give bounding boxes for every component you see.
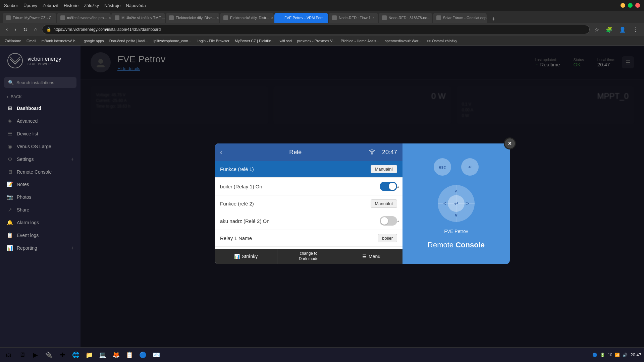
dark-mode-btn[interactable]: change toDark mode: [277, 249, 340, 264]
search-box[interactable]: 🔍 Search installations: [4, 77, 76, 88]
browser-menu-btn[interactable]: ⋮: [631, 25, 640, 34]
dpad-center-btn[interactable]: ↵: [448, 195, 465, 212]
menu-soubor[interactable]: Soubor: [4, 3, 18, 8]
relay1-name-value-btn[interactable]: boiler: [378, 234, 397, 242]
device-back-btn[interactable]: ‹: [220, 148, 222, 156]
reporting-plus-icon[interactable]: +: [71, 245, 74, 251]
tab-1[interactable]: měření svodového pro... ×: [57, 13, 111, 23]
sidebar-item-photos[interactable]: 📷 Photos: [0, 191, 80, 203]
tab-close-3[interactable]: ×: [217, 16, 219, 20]
tab-0[interactable]: Fórum MyPower.CZ - Č... ×: [3, 13, 56, 23]
taskbar-files-icon[interactable]: 🗂: [3, 349, 15, 361]
pages-btn[interactable]: 📊 Stránky: [215, 249, 277, 264]
maximize-btn[interactable]: [628, 3, 633, 8]
relay1-func-value-btn[interactable]: Manuální: [371, 165, 397, 173]
bookmark-10[interactable]: Přehled - Home Assis...: [339, 38, 381, 44]
taskbar-browser-icon[interactable]: 🌐: [70, 349, 82, 361]
taskbar-fm-icon[interactable]: 📁: [83, 349, 95, 361]
bookmark-8[interactable]: wifi ssd: [278, 38, 294, 44]
bookmark-12[interactable]: >> Ostatní záložky: [425, 38, 459, 44]
reporting-icon: 📊: [7, 245, 13, 251]
menu-upravy[interactable]: Úpravy: [23, 3, 37, 8]
tab-4[interactable]: Elektronické díly. Distr... ×: [220, 13, 274, 23]
forward-btn[interactable]: ›: [12, 25, 18, 34]
tab-2[interactable]: M Uložte si košík v TME ... ×: [111, 13, 165, 23]
menu-zobrazit[interactable]: Zobrazit: [43, 3, 58, 8]
tab-close-4[interactable]: ×: [271, 16, 273, 20]
menu-btn[interactable]: ☰ Menu: [340, 249, 402, 264]
taskbar-email-icon[interactable]: 📧: [150, 349, 162, 361]
sidebar-item-device-list[interactable]: ☰ Device list: [0, 127, 80, 140]
sidebar-item-dashboard[interactable]: ⊞ Dashboard: [0, 102, 80, 115]
close-window-btn[interactable]: [635, 3, 640, 8]
sidebar-back-btn[interactable]: ‹ BACK: [0, 92, 80, 102]
bookmark-11[interactable]: openmediavault Wor...: [383, 38, 423, 44]
title-bar: Soubor Úpravy Zobrazit Historie Záložky …: [0, 0, 644, 11]
tab-close-5[interactable]: ×: [328, 16, 328, 20]
home-btn[interactable]: ⌂: [32, 25, 40, 34]
address-bar[interactable]: 🔒 https://vrm.victronenergy.com/installa…: [42, 25, 590, 34]
taskbar-media-icon[interactable]: ▶: [30, 349, 42, 361]
esc-btn[interactable]: esc: [434, 158, 451, 176]
tab-8[interactable]: Solar Fórum - Odeslat odpo... ×: [433, 13, 487, 23]
dpad: ^ v < > ↵: [438, 185, 475, 222]
taskbar-notes-icon[interactable]: 📋: [123, 349, 136, 361]
tab-6[interactable]: Node-RED : Flow 1 ×: [329, 13, 378, 23]
device-row-aku[interactable]: aku nadrz (Relé 2) On ▲: [215, 212, 402, 230]
tab-5[interactable]: FVE Petrov - VRM Port... ×: [274, 13, 328, 23]
bookmark-9[interactable]: proxmox - Proxmox V...: [295, 38, 337, 44]
reload-btn[interactable]: ↻: [21, 25, 30, 34]
extensions-icon[interactable]: 🧩: [604, 25, 614, 34]
relay2-func-value-btn[interactable]: Manuální: [371, 199, 397, 208]
sidebar-item-remote-console[interactable]: 🖥 Remote Console: [0, 166, 80, 178]
back-btn[interactable]: ‹: [4, 25, 10, 34]
menu-zalozky[interactable]: Záložky: [84, 3, 99, 8]
menu-bar[interactable]: Soubor Úpravy Zobrazit Historie Záložky …: [4, 3, 146, 8]
menu-nastroje[interactable]: Nástroje: [104, 3, 120, 8]
sidebar-item-venus-os[interactable]: ◉ Venus OS Large: [0, 140, 80, 153]
bookmark-star[interactable]: ☆: [592, 25, 601, 34]
bookmark-3[interactable]: google apps: [82, 38, 106, 44]
sidebar-item-advanced[interactable]: ◈ Advanced: [0, 115, 80, 127]
tab-close-1[interactable]: ×: [109, 16, 111, 20]
menu-historie[interactable]: Historie: [64, 3, 78, 8]
device-row-boiler[interactable]: boiler (Relay 1) On ▲: [215, 178, 402, 195]
sidebar-item-alarm-logs[interactable]: 🔔 Alarm logs: [0, 216, 80, 229]
bookmark-1[interactable]: Gmail: [24, 38, 38, 44]
bookmark-7[interactable]: MyPower.CZ | Elektřin...: [233, 38, 276, 44]
aku-toggle[interactable]: [380, 216, 397, 226]
taskbar-app1-icon[interactable]: 🔌: [43, 349, 55, 361]
device-row-relay2-func[interactable]: Funkce (relé 2) Manuální: [215, 195, 402, 212]
sidebar-item-event-logs[interactable]: 📋 Event logs: [0, 229, 80, 242]
bookmark-5[interactable]: iplitza/esphome_com...: [152, 38, 194, 44]
tab-close-6[interactable]: ×: [373, 16, 375, 20]
profile-icon[interactable]: 👤: [617, 25, 628, 34]
taskbar-vm-icon[interactable]: 🖥: [16, 349, 28, 361]
device-row-relay1-name[interactable]: Relay 1 Name boiler: [215, 230, 402, 247]
taskbar-terminal-icon[interactable]: 💻: [97, 349, 109, 361]
taskbar-app2-icon[interactable]: ✚: [56, 349, 68, 361]
sidebar-item-share[interactable]: ↗ Share: [0, 203, 80, 216]
taskbar-firefox-icon[interactable]: 🦊: [110, 349, 122, 361]
bookmark-6[interactable]: Login - File Browser: [195, 38, 231, 44]
bookmark-0[interactable]: Začínáme: [3, 38, 23, 44]
sidebar-item-reporting[interactable]: 📊 Reporting +: [0, 242, 80, 254]
minimize-btn[interactable]: [621, 3, 625, 8]
taskbar-blue-icon[interactable]: 🔵: [137, 349, 149, 361]
new-tab-btn[interactable]: +: [490, 16, 498, 23]
tab-3[interactable]: Elektronické díly. Distr... ×: [166, 13, 219, 23]
menu-icon: ☰: [362, 254, 367, 259]
tab-7[interactable]: Node-RED : 318678-no... ×: [379, 13, 432, 23]
settings-plus-icon[interactable]: +: [71, 156, 74, 162]
device-row-relay1-func[interactable]: Funkce (relé 1) Manuální: [215, 161, 402, 178]
bookmark-4[interactable]: Doručená pošta | kodl...: [107, 38, 150, 44]
boiler-toggle[interactable]: [380, 182, 397, 191]
enter-top-btn[interactable]: ↵: [461, 158, 479, 176]
modal-overlay[interactable]: × ‹ Relé 2: [80, 46, 644, 362]
menu-napoveda[interactable]: Nápověda: [126, 3, 146, 8]
sidebar-item-settings[interactable]: ⚙ Settings +: [0, 153, 80, 166]
window-controls[interactable]: [621, 3, 640, 8]
bookmark-2[interactable]: mBank internetové b...: [40, 38, 80, 44]
modal-close-btn[interactable]: ×: [504, 137, 516, 149]
sidebar-item-notes[interactable]: 📝 Notes: [0, 178, 80, 191]
